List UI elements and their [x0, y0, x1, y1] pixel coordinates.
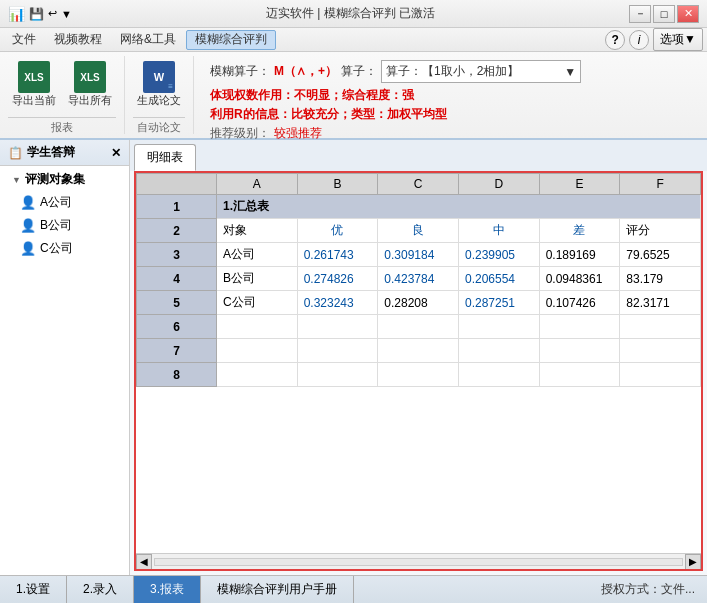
- table-row: 2 对象 优 良 中 差 评分: [137, 219, 701, 243]
- menu-item-video[interactable]: 视频教程: [46, 30, 110, 50]
- menu-item-network[interactable]: 网络&工具: [112, 30, 184, 50]
- cell-8-f: [620, 363, 701, 387]
- cell-4-b: 0.274826: [297, 267, 378, 291]
- horizontal-scrollbar[interactable]: ◀ ▶: [136, 553, 701, 569]
- column-header-row: A B C D E F: [137, 174, 701, 195]
- options-button[interactable]: 选项▼: [653, 28, 703, 51]
- export-current-icon: XLS: [18, 61, 50, 93]
- cell-3-b: 0.261743: [297, 243, 378, 267]
- feature-text: 体现权数作用：不明显；综合程度：强: [210, 87, 414, 104]
- quick-arrow-icon[interactable]: ▼: [61, 8, 72, 20]
- generate-paper-icon: W: [143, 61, 175, 93]
- status-btn-input[interactable]: 2.录入: [67, 576, 134, 603]
- tab-bar: 明细表: [130, 140, 707, 171]
- help-button[interactable]: ?: [605, 30, 625, 50]
- export-all-label: 导出所有: [68, 93, 112, 108]
- word-icon: W: [143, 61, 175, 93]
- work-area: 明细表 A B C D E F: [130, 140, 707, 575]
- ribbon-group-export: XLS 导出当前 XLS 导出所有 报表: [8, 56, 125, 134]
- cell-8-a: [217, 363, 298, 387]
- col-header-b: B: [297, 174, 378, 195]
- summary-label: 1.汇总表: [217, 195, 701, 219]
- cell-8-e: [539, 363, 620, 387]
- scroll-left-button[interactable]: ◀: [136, 554, 152, 570]
- cell-4-c: 0.423784: [378, 267, 459, 291]
- operator-m: M（∧，+）: [274, 63, 337, 80]
- tab-detail[interactable]: 明细表: [134, 144, 196, 171]
- generate-paper-button[interactable]: W 生成论文: [133, 56, 185, 113]
- row-num-7: 7: [137, 339, 217, 363]
- title-bar: 📊 💾 ↩ ▼ 迈实软件 | 模糊综合评判 已激活 － □ ✕: [0, 0, 707, 28]
- window-controls: － □ ✕: [629, 5, 699, 23]
- sidebar-item-a-label: A公司: [40, 194, 72, 211]
- operator-select[interactable]: 算子：【1取小，2相加】 ▼: [381, 60, 581, 83]
- maximize-button[interactable]: □: [653, 5, 675, 23]
- cell-8-c: [378, 363, 459, 387]
- quick-save-icon[interactable]: 💾: [29, 7, 44, 21]
- status-bar: 1.设置 2.录入 3.报表 模糊综合评判用户手册 授权方式：文件...: [0, 575, 707, 603]
- row-num-4: 4: [137, 267, 217, 291]
- cell-7-d: [458, 339, 539, 363]
- sidebar-group-objects[interactable]: ▼ 评测对象集: [4, 168, 125, 191]
- ribbon-selector: 模糊算子： M（∧，+） 算子： 算子：【1取小，2相加】 ▼: [210, 60, 691, 83]
- cell-2-f: 评分: [620, 219, 701, 243]
- quick-undo-icon[interactable]: ↩: [48, 7, 57, 20]
- info-button[interactable]: i: [629, 30, 649, 50]
- status-btn-manual[interactable]: 模糊综合评判用户手册: [201, 576, 354, 603]
- row-num-1: 1: [137, 195, 217, 219]
- export-buttons: XLS 导出当前 XLS 导出所有: [8, 56, 116, 113]
- sidebar-close-button[interactable]: ✕: [111, 146, 121, 160]
- cell-3-c: 0.309184: [378, 243, 459, 267]
- col-header-e: E: [539, 174, 620, 195]
- person-icon-c: 👤: [20, 241, 36, 256]
- export-all-icon: XLS: [74, 61, 106, 93]
- menu-item-fuzzy[interactable]: 模糊综合评判: [186, 30, 276, 50]
- table-row: 3 A公司 0.261743 0.309184 0.239905 0.18916…: [137, 243, 701, 267]
- sidebar-item-c-label: C公司: [40, 240, 73, 257]
- row-num-5: 5: [137, 291, 217, 315]
- cell-5-e: 0.107426: [539, 291, 620, 315]
- sidebar-item-b-label: B公司: [40, 217, 72, 234]
- cell-7-e: [539, 339, 620, 363]
- cell-6-f: [620, 315, 701, 339]
- ribbon-info: 模糊算子： M（∧，+） 算子： 算子：【1取小，2相加】 ▼ 体现权数作用：不…: [202, 56, 699, 134]
- title-bar-left: 📊 💾 ↩ ▼: [8, 6, 72, 22]
- minimize-button[interactable]: －: [629, 5, 651, 23]
- table-row-empty: 8: [137, 363, 701, 387]
- scroll-right-button[interactable]: ▶: [685, 554, 701, 570]
- status-btn-settings[interactable]: 1.设置: [0, 576, 67, 603]
- table-wrapper[interactable]: A B C D E F 1 1.汇总表: [136, 173, 701, 553]
- ribbon-group-generate: W 生成论文 自动论文: [133, 56, 194, 134]
- col-header-f: F: [620, 174, 701, 195]
- cell-8-b: [297, 363, 378, 387]
- close-button[interactable]: ✕: [677, 5, 699, 23]
- tab-content: A B C D E F 1 1.汇总表: [134, 171, 703, 571]
- menu-item-file[interactable]: 文件: [4, 30, 44, 50]
- menu-right-items: ? i 选项▼: [605, 28, 703, 51]
- row-num-2: 2: [137, 219, 217, 243]
- tab-detail-label: 明细表: [147, 150, 183, 164]
- export-current-button[interactable]: XLS 导出当前: [8, 56, 60, 113]
- status-btn-report[interactable]: 3.报表: [134, 576, 201, 603]
- export-all-button[interactable]: XLS 导出所有: [64, 56, 116, 113]
- sidebar-title: 学生答辩: [27, 144, 75, 161]
- cell-6-e: [539, 315, 620, 339]
- cell-2-b: 优: [297, 219, 378, 243]
- cell-6-b: [297, 315, 378, 339]
- chevron-down-icon: ▼: [12, 175, 21, 185]
- xls-icon: XLS: [18, 61, 50, 93]
- scroll-track[interactable]: [154, 558, 683, 566]
- auto-label: 自动论文: [133, 117, 185, 135]
- sidebar-group-label: 评测对象集: [25, 171, 85, 188]
- sidebar-item-b[interactable]: 👤 B公司: [4, 214, 125, 237]
- cell-2-a: 对象: [217, 219, 298, 243]
- col-header-c: C: [378, 174, 459, 195]
- cell-5-f: 82.3171: [620, 291, 701, 315]
- cell-5-c: 0.28208: [378, 291, 459, 315]
- cell-4-f: 83.179: [620, 267, 701, 291]
- sidebar-item-c[interactable]: 👤 C公司: [4, 237, 125, 260]
- cell-3-f: 79.6525: [620, 243, 701, 267]
- table-row: 4 B公司 0.274826 0.423784 0.206554 0.09483…: [137, 267, 701, 291]
- sidebar-item-a[interactable]: 👤 A公司: [4, 191, 125, 214]
- r-info-text: 利用R的信息：比较充分；类型：加权平均型: [210, 106, 447, 123]
